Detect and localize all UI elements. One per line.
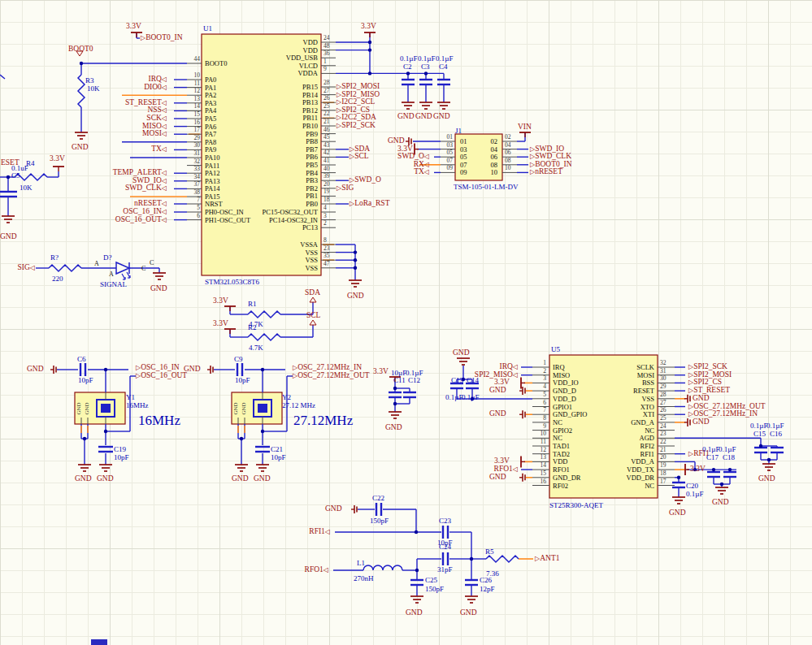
- component-label[interactable]: C21: [271, 446, 283, 453]
- component-label[interactable]: C19: [114, 446, 126, 453]
- component-label[interactable]: 10pF: [271, 454, 286, 461]
- component-label[interactable]: C18: [723, 454, 735, 461]
- net-label[interactable]: SIG◁: [18, 264, 35, 272]
- net-label[interactable]: GND: [693, 418, 710, 426]
- net-label[interactable]: GND: [385, 424, 402, 432]
- net-label[interactable]: 3.3V: [50, 155, 65, 163]
- net-label[interactable]: GND: [415, 113, 432, 121]
- net-label[interactable]: GND: [758, 475, 775, 483]
- component-label[interactable]: C25: [425, 577, 437, 584]
- component-label[interactable]: C9: [234, 356, 243, 363]
- component-label[interactable]: C26: [480, 577, 492, 584]
- net-label[interactable]: 3.3V: [690, 465, 706, 474]
- component-label[interactable]: U5: [551, 346, 560, 353]
- component-label[interactable]: 0.1µF: [766, 422, 784, 430]
- component-label[interactable]: 220: [52, 275, 63, 283]
- net-label[interactable]: GND: [347, 292, 364, 301]
- net-label[interactable]: RFI1◁: [309, 528, 330, 536]
- net-label[interactable]: GND: [184, 366, 201, 374]
- net-label[interactable]: ▷SPI2_SCK: [337, 122, 376, 130]
- component-label[interactable]: 10K: [87, 85, 100, 93]
- net-label[interactable]: RFO1◁: [305, 566, 328, 574]
- net-label[interactable]: ▷OSC_16_OUT: [136, 372, 187, 380]
- component-label[interactable]: 0.1µF: [436, 55, 453, 63]
- net-label[interactable]: ▷OSC_27.12MHz_OUT: [293, 372, 370, 380]
- net-label[interactable]: GND: [232, 475, 249, 483]
- component-label[interactable]: 27.12 MHz: [282, 402, 315, 409]
- net-label[interactable]: ▷SIG: [337, 184, 354, 193]
- net-label[interactable]: VIN: [518, 123, 532, 132]
- component-label[interactable]: 0.1µF: [719, 446, 736, 453]
- net-label[interactable]: GND: [397, 113, 415, 121]
- net-label[interactable]: GND: [254, 475, 271, 483]
- component-label[interactable]: U1: [203, 25, 212, 32]
- net-label[interactable]: ▷SWD_O: [350, 176, 381, 184]
- net-label[interactable]: 3.3V: [213, 320, 228, 328]
- component-label[interactable]: C23: [439, 517, 451, 525]
- schematic-canvas[interactable]: 44BOOT010PA011PA112PA213PA314PA415PA516P…: [0, 0, 812, 645]
- net-label[interactable]: SCL: [306, 312, 320, 320]
- component-label[interactable]: TSM-105-01-LM-DV: [454, 184, 519, 191]
- component-label[interactable]: C22: [372, 495, 384, 502]
- net-label[interactable]: GND: [489, 387, 506, 395]
- component-label[interactable]: C20: [686, 483, 698, 490]
- net-label[interactable]: TX◁: [414, 169, 429, 177]
- component-label[interactable]: 12pF: [480, 586, 495, 593]
- component-label[interactable]: C17: [706, 454, 719, 461]
- component-label[interactable]: 0.1µF: [400, 55, 417, 63]
- net-label[interactable]: ▷ANT1: [535, 555, 559, 563]
- component-label[interactable]: Y1: [126, 394, 135, 401]
- component-label[interactable]: L1: [357, 560, 365, 567]
- component-label[interactable]: 10K: [20, 184, 33, 192]
- net-label[interactable]: GND: [489, 474, 506, 482]
- net-label[interactable]: MOSI◁: [142, 130, 167, 138]
- component-label[interactable]: 31pF: [437, 566, 453, 574]
- component-label[interactable]: R2: [248, 324, 257, 331]
- net-label[interactable]: GND: [325, 505, 342, 513]
- component-label[interactable]: 0.1µF: [702, 446, 719, 453]
- component-label[interactable]: C11: [393, 377, 406, 384]
- component-label[interactable]: C13: [451, 377, 463, 384]
- net-label[interactable]: GND: [669, 509, 686, 517]
- net-label[interactable]: GND: [0, 233, 17, 241]
- component-label[interactable]: C3: [421, 63, 430, 71]
- net-label[interactable]: ▷BOOT0_IN: [141, 34, 183, 42]
- net-label[interactable]: 3.3V: [361, 23, 376, 31]
- component-label[interactable]: 150pF: [425, 586, 444, 593]
- net-label[interactable]: ▷SCL: [350, 154, 369, 162]
- net-label[interactable]: GND: [97, 475, 114, 483]
- component-label[interactable]: 0.1µF: [750, 422, 767, 430]
- net-label[interactable]: GND: [489, 410, 506, 418]
- net-label[interactable]: 3.3V: [373, 368, 389, 376]
- component-label[interactable]: 0.1µF: [462, 394, 479, 401]
- net-label[interactable]: ▷nRESET: [530, 169, 562, 177]
- net-label[interactable]: BOOT0: [68, 45, 93, 54]
- net-label[interactable]: TX◁: [151, 146, 167, 154]
- component-label[interactable]: C16: [770, 431, 782, 438]
- component-label[interactable]: 0.1µF: [686, 491, 703, 498]
- y2-body[interactable]: [232, 392, 282, 424]
- net-label[interactable]: SWD_CLK◁: [125, 185, 167, 193]
- net-label[interactable]: GND: [433, 113, 450, 121]
- net-label[interactable]: ▷LoRa_RST: [350, 200, 389, 208]
- component-label[interactable]: R?: [50, 254, 59, 262]
- component-label[interactable]: 10pF: [114, 454, 129, 461]
- component-label[interactable]: 10pF: [78, 377, 93, 384]
- net-label[interactable]: GND: [75, 475, 92, 483]
- component-label[interactable]: D?: [103, 254, 112, 262]
- component-label[interactable]: SIGNAL: [100, 281, 127, 288]
- component-label[interactable]: C6: [77, 356, 86, 363]
- component-label[interactable]: STM32L053C8T6: [205, 279, 259, 286]
- net-label[interactable]: GND: [453, 349, 470, 357]
- component-label[interactable]: R5: [485, 548, 494, 556]
- component-label[interactable]: C24: [439, 543, 451, 551]
- net-label[interactable]: GND: [406, 609, 423, 617]
- component-label[interactable]: 4.7K: [249, 344, 263, 352]
- component-label[interactable]: C12: [408, 377, 420, 384]
- net-label[interactable]: GND: [460, 609, 477, 617]
- component-label[interactable]: 150pF: [370, 517, 389, 525]
- net-label[interactable]: 3.3V: [126, 23, 141, 31]
- net-label[interactable]: GND: [712, 499, 729, 507]
- component-label[interactable]: 0.1µF: [418, 55, 435, 63]
- component-label[interactable]: 270nH: [354, 575, 374, 582]
